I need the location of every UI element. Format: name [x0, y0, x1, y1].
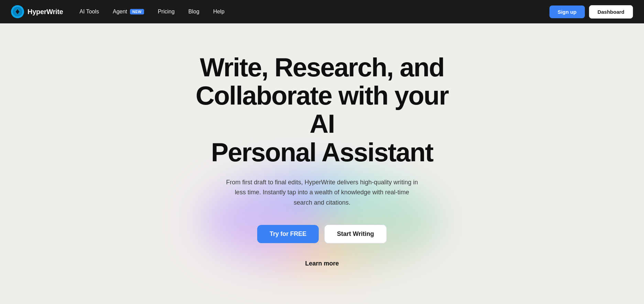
nav-item-agent[interactable]: Agent NEW — [107, 6, 150, 18]
hero-subtitle: From first draft to final edits, HyperWr… — [226, 177, 418, 208]
nav-label-ai-tools: AI Tools — [79, 9, 99, 15]
nav-label-agent: Agent — [113, 9, 127, 15]
nav-menu: AI Tools Agent NEW Pricing Blog Help — [74, 6, 549, 18]
hero-title: Write, Research, and Collaborate with yo… — [181, 53, 463, 166]
hero-title-line3: Personal Assistant — [211, 138, 433, 167]
nav-label-help: Help — [213, 9, 225, 15]
navbar-actions: Sign up Dashboard — [549, 5, 633, 19]
start-writing-button[interactable]: Start Writing — [324, 225, 387, 243]
brand-name: HyperWrite — [28, 8, 63, 16]
dashboard-button[interactable]: Dashboard — [589, 5, 633, 19]
nav-label-pricing: Pricing — [158, 9, 175, 15]
hero-title-line1: Write, Research, and — [200, 53, 444, 82]
hero-section: Write, Research, and Collaborate with yo… — [0, 23, 644, 304]
navbar: HyperWrite AI Tools Agent NEW Pricing Bl… — [0, 0, 644, 23]
try-for-free-button[interactable]: Try for FREE — [257, 225, 319, 243]
hero-cta-group: Try for FREE Start Writing — [181, 225, 463, 243]
new-badge: NEW — [130, 9, 144, 14]
hero-content: Write, Research, and Collaborate with yo… — [181, 53, 463, 267]
hero-title-line2: Collaborate with your AI — [196, 81, 448, 138]
nav-item-ai-tools[interactable]: AI Tools — [74, 6, 105, 18]
hyperwrite-logo-icon — [11, 5, 24, 18]
nav-item-help[interactable]: Help — [208, 6, 230, 18]
learn-more-link[interactable]: Learn more — [305, 260, 339, 267]
signup-button[interactable]: Sign up — [549, 6, 585, 18]
brand-logo[interactable]: HyperWrite — [11, 5, 63, 18]
nav-item-blog[interactable]: Blog — [183, 6, 205, 18]
nav-label-blog: Blog — [188, 9, 199, 15]
nav-item-pricing[interactable]: Pricing — [152, 6, 180, 18]
